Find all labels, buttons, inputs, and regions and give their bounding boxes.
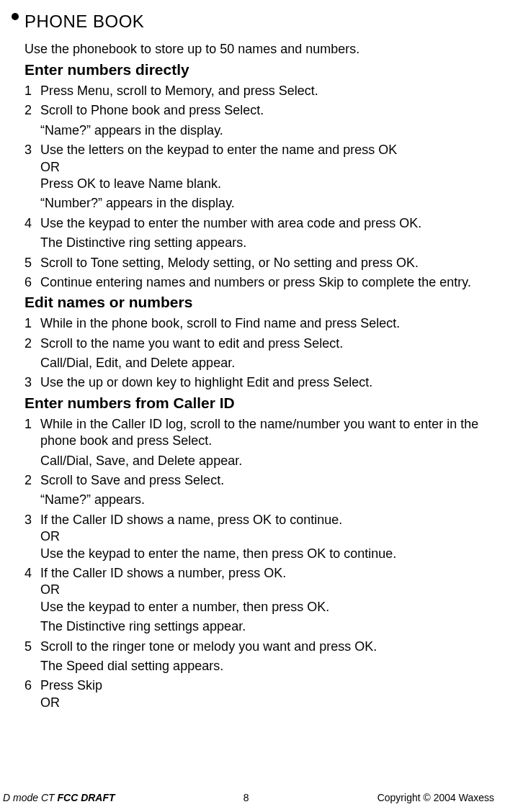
numbered-step: 5Scroll to Tone setting, Melody setting,… [24,255,494,271]
step-number: 1 [24,315,40,332]
numbered-step: 3Use the letters on the keypad to enter … [24,142,494,192]
step-text: If the Caller ID shows a number, press O… [40,565,494,615]
step-number: 2 [24,335,40,352]
page-footer: D mode CT FCC DRAFT 8 Copyright © 2004 W… [0,792,510,803]
step-number: 3 [24,374,40,391]
step-number: 3 [24,512,40,562]
intro-text: Use the phonebook to store up to 50 name… [24,42,494,57]
step-text: Scroll to Save and press Select. [40,472,494,489]
step-text: Scroll to the name you want to edit and … [40,335,494,352]
page-title: PHONE BOOK [24,12,494,32]
step-number: 3 [24,142,40,192]
step-number: 1 [24,83,40,99]
step-note: Call/Dial, Save, and Delete appear. [40,453,494,469]
numbered-step: 1Press Menu, scroll to Memory, and press… [24,83,494,99]
step-number: 2 [24,472,40,489]
numbered-step: 5Scroll to the ringer tone or melody you… [24,639,494,655]
step-note: Call/Dial, Edit, and Delete appear. [40,355,494,371]
section-heading: Enter numbers from Caller ID [24,394,494,412]
step-text: Continue entering names and numbers or p… [40,274,494,291]
step-text: Use the keypad to enter the number with … [40,215,494,232]
numbered-step: 3If the Caller ID shows a name, press OK… [24,512,494,562]
step-number: 6 [24,677,40,711]
step-text: While in the phone book, scroll to Find … [40,315,494,332]
footer-left-plain: D mode CT [3,792,57,803]
step-text: If the Caller ID shows a name, press OK … [40,512,494,562]
step-note: The Distinctive ring settings appear. [40,618,494,635]
numbered-step: 4 If the Caller ID shows a number, press… [24,565,494,615]
step-text: Use the up or down key to highlight Edit… [40,374,494,391]
numbered-step: 2Scroll to Save and press Select. [24,472,494,489]
step-number: 4 [24,215,40,232]
step-note: “Name?” appears in the display. [40,122,494,139]
step-note: “Name?” appears. [40,492,494,508]
step-number: 5 [24,255,40,271]
footer-page-number: 8 [243,792,249,803]
step-text: Scroll to Phone book and press Select. [40,102,494,119]
numbered-step: 2Scroll to the name you want to edit and… [24,335,494,352]
footer-left-bold: FCC DRAFT [57,792,115,803]
step-text: Press SkipOR [40,677,494,711]
numbered-step: 1While in the phone book, scroll to Find… [24,315,494,332]
step-text: Scroll to the ringer tone or melody you … [40,639,494,655]
section-heading: Edit names or numbers [24,294,494,311]
footer-left: D mode CT FCC DRAFT [3,792,115,803]
step-number: 4 [24,565,40,615]
numbered-step: 4Use the keypad to enter the number with… [24,215,494,232]
step-note: The Distinctive ring setting appears. [40,235,494,251]
step-note: The Speed dial setting appears. [40,658,494,675]
step-text: Press Menu, scroll to Memory, and press … [40,83,494,99]
step-text: Use the letters on the keypad to enter t… [40,142,494,192]
numbered-step: 6Continue entering names and numbers or … [24,274,494,291]
step-text: Scroll to Tone setting, Melody setting, … [40,255,494,271]
step-text: While in the Caller ID log, scroll to th… [40,416,494,450]
step-number: 6 [24,274,40,291]
section-heading: Enter numbers directly [24,61,494,78]
numbered-step: 1While in the Caller ID log, scroll to t… [24,416,494,450]
step-number: 1 [24,416,40,450]
numbered-step: 2Scroll to Phone book and press Select. [24,102,494,119]
step-note: “Number?” appears in the display. [40,195,494,212]
bullet-icon [12,13,19,20]
content-body: Enter numbers directly1Press Menu, scrol… [0,61,494,711]
footer-copyright: Copyright © 2004 Waxess [377,792,494,803]
step-number: 5 [24,639,40,655]
numbered-step: 6Press SkipOR [24,677,494,711]
numbered-step: 3Use the up or down key to highlight Edi… [24,374,494,391]
step-number: 2 [24,102,40,119]
